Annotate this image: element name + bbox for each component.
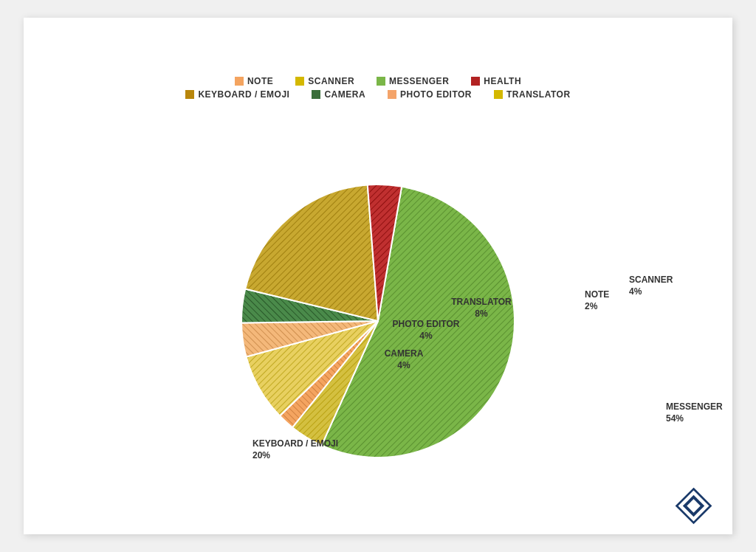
legend-item: TRANSLATOR bbox=[494, 89, 571, 100]
legend-item: HEALTH bbox=[471, 76, 521, 86]
legend-item: KEYBOARD / EMOJI bbox=[185, 89, 289, 100]
legend-color-swatch bbox=[235, 77, 244, 86]
legend-label: NOTE bbox=[247, 76, 273, 86]
pie-label: NOTE2% bbox=[585, 289, 609, 311]
legend-item: SCANNER bbox=[295, 76, 354, 86]
legend-item: CAMERA bbox=[312, 89, 365, 100]
legend-color-swatch bbox=[388, 90, 396, 99]
legend-item: NOTE bbox=[235, 76, 273, 86]
legend-label: TRANSLATOR bbox=[506, 89, 571, 100]
legend-color-swatch bbox=[312, 90, 320, 99]
legend-row-1: NOTESCANNERMESSENGERHEALTH bbox=[235, 76, 521, 86]
pie-label: KEYBOARD / EMOJI20% bbox=[252, 438, 338, 460]
legend-item: MESSENGER bbox=[377, 76, 449, 86]
pie-chart: MESSENGER54%SCANNER4%NOTE2%TRANSLATOR8%P… bbox=[186, 137, 570, 491]
main-card: NOTESCANNERMESSENGERHEALTH KEYBOARD / EM… bbox=[24, 18, 732, 534]
legend-label: CAMERA bbox=[324, 89, 365, 100]
pie-label: SCANNER4% bbox=[629, 275, 673, 297]
chart-area: MESSENGER54%SCANNER4%NOTE2%TRANSLATOR8%P… bbox=[53, 107, 703, 520]
legend-item: PHOTO EDITOR bbox=[388, 89, 472, 100]
legend-color-swatch bbox=[494, 90, 503, 99]
legend-row-2: KEYBOARD / EMOJICAMERAPHOTO EDITORTRANSL… bbox=[185, 89, 570, 100]
legend-label: MESSENGER bbox=[389, 76, 449, 86]
pie-label: MESSENGER54% bbox=[666, 401, 723, 424]
legend-label: SCANNER bbox=[308, 76, 354, 86]
legend-color-swatch bbox=[377, 77, 385, 86]
legend-label: KEYBOARD / EMOJI bbox=[198, 89, 289, 100]
legend-label: HEALTH bbox=[484, 76, 521, 86]
legend-label: PHOTO EDITOR bbox=[400, 89, 472, 100]
chart-legend: NOTESCANNERMESSENGERHEALTH KEYBOARD / EM… bbox=[53, 76, 703, 100]
legend-color-swatch bbox=[295, 77, 304, 86]
company-logo bbox=[673, 486, 710, 522]
legend-color-swatch bbox=[471, 77, 480, 86]
legend-color-swatch bbox=[185, 90, 194, 99]
